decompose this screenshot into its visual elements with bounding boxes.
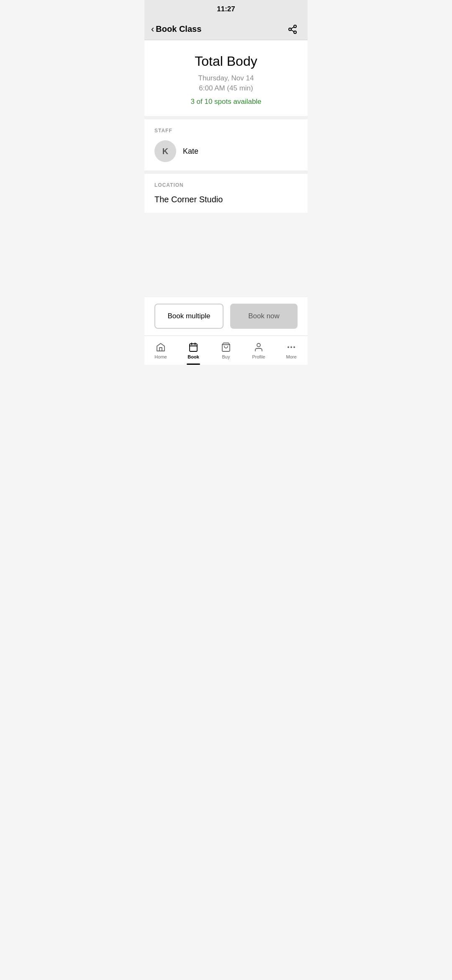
tab-home[interactable]: Home xyxy=(144,336,177,365)
tab-bar: Home Book Buy xyxy=(144,335,308,365)
staff-section: STAFF K Kate xyxy=(144,119,308,170)
svg-point-14 xyxy=(293,346,295,348)
tab-profile[interactable]: Profile xyxy=(242,336,275,365)
svg-line-4 xyxy=(291,27,294,28)
svg-line-3 xyxy=(291,30,294,31)
svg-point-12 xyxy=(288,346,289,348)
back-icon: ‹ xyxy=(151,24,154,35)
tab-buy[interactable]: Buy xyxy=(210,336,242,365)
class-detail-header: Total Body Thursday, Nov 14 6:00 AM (45 … xyxy=(144,40,308,119)
tab-book[interactable]: Book xyxy=(177,336,210,365)
svg-rect-5 xyxy=(159,348,162,351)
buy-icon xyxy=(221,342,231,353)
staff-avatar: K xyxy=(154,140,176,162)
class-date: Thursday, Nov 14 xyxy=(154,74,298,83)
tab-more[interactable]: More xyxy=(275,336,308,365)
staff-section-label: STAFF xyxy=(154,128,298,134)
staff-name: Kate xyxy=(183,147,198,156)
content-spacer xyxy=(144,213,308,297)
tab-profile-label: Profile xyxy=(252,354,265,359)
more-icon xyxy=(286,342,297,353)
share-button[interactable] xyxy=(284,21,301,38)
status-time: 11:27 xyxy=(217,5,235,13)
staff-avatar-initial: K xyxy=(162,147,168,156)
class-spots: 3 of 10 spots available xyxy=(154,98,298,106)
class-time: 6:00 AM (45 min) xyxy=(154,84,298,93)
tab-buy-label: Buy xyxy=(222,354,230,359)
tab-more-label: More xyxy=(286,354,296,359)
status-bar: 11:27 xyxy=(144,0,308,18)
book-icon xyxy=(188,342,199,353)
book-multiple-button[interactable]: Book multiple xyxy=(154,304,223,329)
tab-home-label: Home xyxy=(154,354,167,359)
location-section: LOCATION The Corner Studio xyxy=(144,174,308,213)
nav-bar: ‹ Book Class xyxy=(144,18,308,40)
book-now-button[interactable]: Book now xyxy=(230,304,298,329)
svg-rect-6 xyxy=(190,344,197,351)
location-section-label: LOCATION xyxy=(154,182,298,188)
action-buttons: Book multiple Book now xyxy=(144,297,308,335)
staff-row: K Kate xyxy=(154,140,298,162)
divider-1 xyxy=(144,170,308,174)
svg-point-13 xyxy=(290,346,292,348)
back-button[interactable]: ‹ Book Class xyxy=(151,21,201,38)
profile-icon xyxy=(253,342,264,353)
tab-book-label: Book xyxy=(187,354,199,359)
location-name: The Corner Studio xyxy=(154,195,223,204)
share-icon xyxy=(288,24,298,34)
class-title: Total Body xyxy=(154,54,298,69)
svg-point-11 xyxy=(257,343,260,347)
nav-title: Book Class xyxy=(156,24,201,34)
home-icon xyxy=(155,342,166,353)
